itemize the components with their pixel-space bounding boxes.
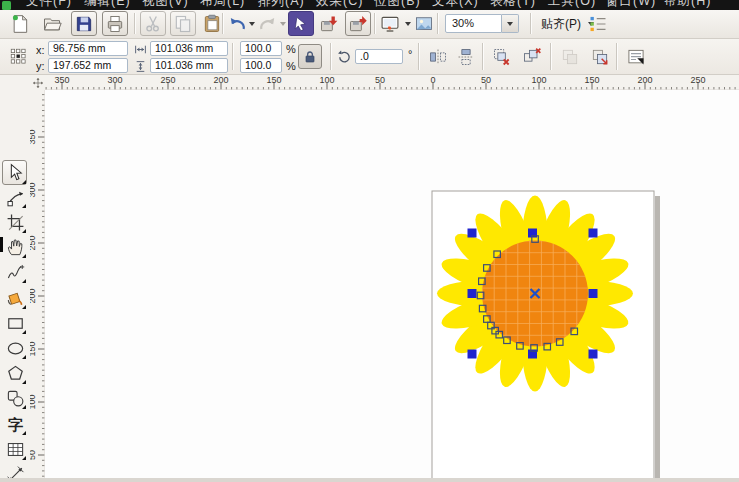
copy-button[interactable] [170,11,196,36]
propbar-sep-5 [550,43,551,70]
page-shadow [655,196,660,482]
menu-item-9[interactable]: 表格(T) [490,0,536,10]
open-button[interactable] [40,12,64,36]
horizontal-ruler[interactable]: 35030025020015010050050100150200250 [45,75,739,90]
menu-item-7[interactable]: 位图(B) [374,0,421,10]
save-button[interactable] [71,11,97,36]
redo-icon [258,14,278,34]
menu-item-8[interactable]: 文本(X) [432,0,479,10]
zoom-level-value[interactable]: 30% [445,14,502,33]
redo-button[interactable] [256,12,280,36]
application-launcher-dropdown[interactable] [403,12,412,36]
rotation-angle-field[interactable]: .0 [355,49,403,64]
menu-item-5[interactable]: 排列(A) [258,0,305,10]
selection-handle[interactable] [468,289,477,298]
import-icon [319,14,339,34]
ruler-origin[interactable] [30,75,45,90]
svg-text:150: 150 [30,341,37,356]
cut-icon [143,14,163,34]
tool-ellipse[interactable] [5,338,26,359]
tool-smart-fill[interactable] [5,288,26,309]
tool-pan[interactable] [5,237,26,258]
scale-horizontal-field[interactable]: 100.0 [240,41,282,56]
object-width-field[interactable]: 101.036 mm [150,41,228,56]
zoom-level-dropdown[interactable] [502,14,519,33]
undo-icon [227,14,247,34]
export-button[interactable] [345,11,371,36]
svg-text:350: 350 [30,129,37,144]
y-position-field[interactable]: 197.652 mm [48,58,128,73]
scale-h-percent: % [286,43,296,55]
menu-item-1[interactable]: 文件(F) [26,0,72,10]
flyout-arrow-icon [22,204,26,208]
menu-item-10[interactable]: 工具(O) [548,0,596,10]
selection-handle[interactable] [589,289,598,298]
vertical-ruler[interactable]: 35030025020015010050 [30,90,45,482]
wrap-paragraph-text-button[interactable] [624,45,648,69]
combine-icon [560,47,580,67]
menu-item-6[interactable]: 效果(C) [316,0,363,10]
chevron-down-icon [405,22,411,26]
text-glyph: 字 [8,417,23,432]
redo-dropdown[interactable] [278,12,287,36]
search-content-button[interactable] [288,11,314,36]
svg-text:100: 100 [531,75,546,85]
combine-button[interactable] [558,45,582,69]
tool-polygon[interactable] [5,363,26,384]
application-launcher-button[interactable] [378,12,402,36]
selection-handle[interactable] [589,229,598,238]
svg-text:150: 150 [584,75,599,85]
new-document-button[interactable] [8,12,32,36]
lock-ratio-button[interactable] [298,44,322,69]
tool-basic-shapes[interactable] [5,388,26,409]
flyout-arrow-icon [22,330,26,334]
menu-item-4[interactable]: 布局(L) [200,0,245,10]
drawing-area[interactable] [45,90,739,482]
tool-freehand[interactable] [5,262,26,283]
tool-text[interactable]: 字 [5,414,26,435]
selection-handle[interactable] [589,350,598,359]
menu-item-3[interactable]: 视图(V) [142,0,189,10]
welcome-screen-button[interactable] [412,12,436,36]
menu-item-2[interactable]: 编辑(E) [84,0,131,10]
tool-pick[interactable] [2,160,27,185]
mirror-horizontal-icon [428,47,448,67]
x-label: x: [36,44,45,56]
cut-button[interactable] [140,11,166,36]
intersect-button[interactable] [588,45,612,69]
object-height-field[interactable]: 101.036 mm [150,58,228,73]
left-edge-mark [0,237,3,252]
flyout-arrow-icon [22,254,26,258]
lock-icon [302,49,318,65]
mirror-vertical-button[interactable] [454,45,478,69]
tool-shape[interactable] [5,187,26,208]
print-button[interactable] [102,11,128,36]
ungroup-button[interactable] [490,45,514,69]
selection-handle[interactable] [468,229,477,238]
paste-button[interactable] [200,12,224,36]
tool-rectangle[interactable] [5,313,26,334]
flyout-arrow-icon [22,180,26,184]
menu-item-11[interactable]: 窗口(W) [606,0,656,10]
svg-text:200: 200 [637,75,652,85]
selection-handle[interactable] [468,350,477,359]
rotation-icon [337,49,352,64]
sep-5 [530,13,531,34]
ungroup-all-button[interactable] [520,45,544,69]
app-window: 文件(F)编辑(E)视图(V)布局(L)排列(A)效果(C)位图(B)文本(X)… [0,0,739,482]
tool-table[interactable] [5,439,26,460]
scale-vertical-field[interactable]: 100.0 [240,58,282,73]
options-button[interactable] [586,12,610,36]
undo-button[interactable] [225,12,249,36]
svg-text:300: 300 [30,182,37,197]
mirror-horizontal-button[interactable] [426,45,450,69]
menu-item-12[interactable]: 帮助(H) [664,0,711,10]
propbar-sep-2 [330,43,331,70]
menu-bar: 文件(F)编辑(E)视图(V)布局(L)排列(A)效果(C)位图(B)文本(X)… [0,0,739,10]
import-button[interactable] [317,12,341,36]
drawing-canvas[interactable] [45,90,739,482]
tool-crop[interactable] [5,212,26,233]
x-position-field[interactable]: 96.756 mm [48,41,128,56]
zoom-level-combo[interactable]: 30% [445,14,519,33]
undo-dropdown[interactable] [247,12,256,36]
